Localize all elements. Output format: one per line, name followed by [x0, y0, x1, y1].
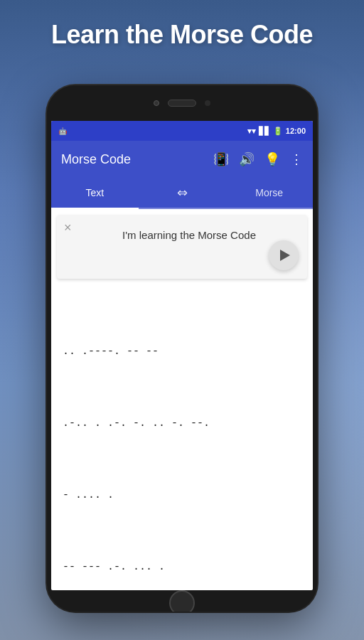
morse-output: .. .----. -- -- .-.. . .-. -. .. -. --. … [51, 284, 313, 590]
status-bar: 🤖 ▾▾ ▋▋ 🔋 12:00 [51, 121, 313, 141]
tab-arrow[interactable]: ⇔ [139, 178, 226, 208]
app-title: Morse Code [61, 152, 205, 167]
phone-shell: 🤖 ▾▾ ▋▋ 🔋 12:00 Morse Code 📳 🔊 💡 ⋮ Text [47, 85, 317, 612]
input-text[interactable]: I'm learning the Morse Code [65, 222, 299, 250]
phone-screen: 🤖 ▾▾ ▋▋ 🔋 12:00 Morse Code 📳 🔊 💡 ⋮ Text [51, 121, 313, 590]
status-right: ▾▾ ▋▋ 🔋 12:00 [247, 127, 306, 136]
phone-top-bar [47, 85, 317, 121]
page-title: Learn the Morse Code [0, 20, 364, 50]
time-display: 12:00 [286, 127, 306, 135]
more-icon[interactable]: ⋮ [290, 151, 303, 167]
morse-line-1: .. .----. -- -- [63, 340, 301, 363]
play-icon [280, 250, 290, 261]
tab-arrow-icon: ⇔ [177, 185, 188, 201]
phone-speaker [168, 100, 196, 107]
app-bar-icons: 📳 🔊 💡 ⋮ [213, 151, 303, 167]
morse-line-2: .-.. . .-. -. .. -. --. [63, 412, 301, 435]
phone-camera [154, 100, 159, 106]
volume-icon[interactable]: 🔊 [239, 151, 255, 167]
phone-sensor [205, 100, 210, 106]
tab-morse[interactable]: Morse [225, 178, 313, 208]
signal-icon: ▋▋ [259, 127, 270, 136]
play-button[interactable] [269, 240, 299, 270]
app-bar: Morse Code 📳 🔊 💡 ⋮ [51, 141, 313, 178]
input-card: × I'm learning the Morse Code [57, 215, 307, 279]
bulb-icon[interactable]: 💡 [264, 151, 280, 167]
tab-text-label: Text [85, 187, 104, 198]
tab-text[interactable]: Text [51, 178, 139, 209]
battery-icon: 🔋 [273, 127, 283, 136]
morse-line-4: -- --- .-. ... . [63, 555, 301, 579]
tab-bar: Text ⇔ Morse [51, 178, 313, 209]
tab-morse-label: Morse [255, 187, 283, 198]
home-button[interactable] [169, 590, 195, 612]
close-button[interactable]: × [64, 220, 72, 235]
vibrate-icon[interactable]: 📳 [213, 151, 229, 167]
wifi-icon: ▾▾ [247, 127, 256, 136]
android-icon: 🤖 [58, 127, 67, 135]
status-left: 🤖 [58, 127, 67, 135]
phone-bottom-bar [47, 590, 317, 612]
morse-line-3: - .... . [63, 484, 301, 507]
